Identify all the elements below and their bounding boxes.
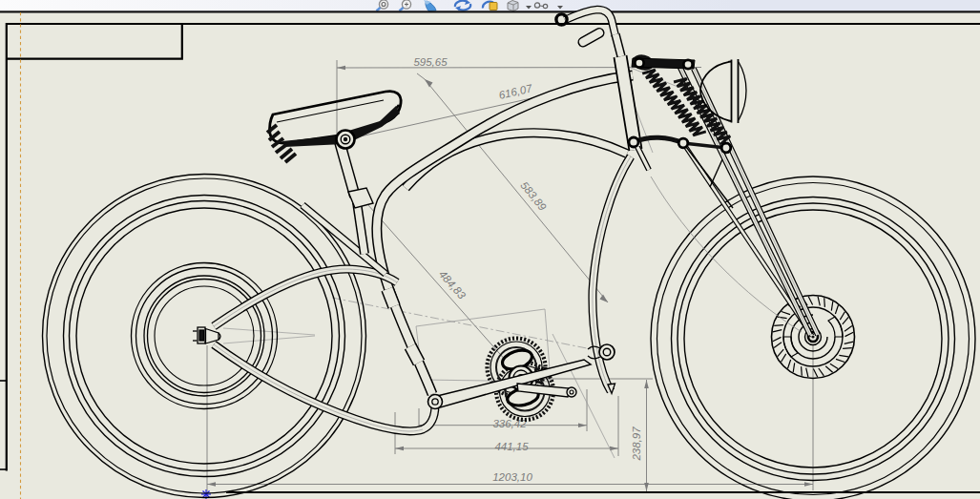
svg-text:441,15: 441,15	[494, 441, 529, 452]
svg-text:1203,10: 1203,10	[492, 471, 532, 483]
svg-text:238,97: 238,97	[631, 426, 642, 462]
svg-text:595,65: 595,65	[413, 56, 448, 68]
